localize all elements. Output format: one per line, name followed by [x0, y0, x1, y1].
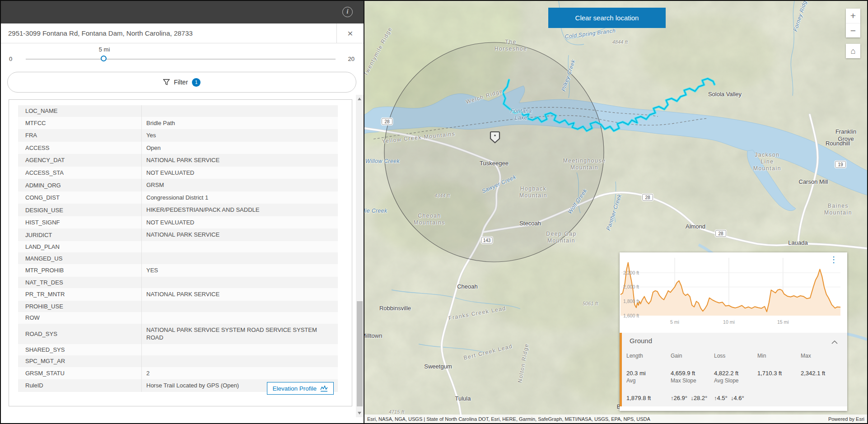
- table-row: SHARED_SYS: [18, 344, 338, 356]
- table-row: MANGED_US: [18, 252, 338, 264]
- chart-options-menu-icon[interactable]: ⋮: [830, 255, 838, 264]
- attribute-value: Open: [141, 142, 338, 154]
- table-row: ADMIN_ORGGRSM: [18, 179, 338, 191]
- attribute-key: NAT_TR_DES: [18, 277, 141, 289]
- collapse-chevron-icon[interactable]: [831, 340, 838, 345]
- search-input[interactable]: 2951-3099 Fontana Rd, Fontana Dam, North…: [1, 23, 336, 43]
- scroll-down-icon[interactable]: [358, 412, 361, 415]
- highway-shield: 28: [642, 194, 653, 201]
- zoom-control: + −: [846, 9, 860, 37]
- table-row: MTR_PROHIBYES: [18, 264, 338, 277]
- table-row: CONG_DISTCongressional District 1: [18, 191, 338, 204]
- elevation-profile-button[interactable]: Elevation Profile: [267, 382, 334, 395]
- table-row: SPC_MGT_AR: [18, 355, 338, 367]
- stat: Gain4,659.9 ft: [671, 353, 695, 377]
- filter-icon: [163, 79, 170, 85]
- stat-label: Length: [626, 353, 646, 359]
- zoom-in-button[interactable]: +: [846, 9, 860, 23]
- ground-section-title: Ground: [630, 337, 652, 345]
- stat-label: Min: [757, 353, 782, 359]
- stat-value: 20.3 mi: [626, 370, 646, 377]
- stat-value: 4,659.9 ft: [671, 370, 695, 377]
- attribute-key: RuleID: [18, 379, 141, 392]
- attribute-key: MTFCC: [18, 117, 141, 130]
- map-view[interactable]: Forney RidgeTwentymile RidgeThe Horsesho…: [364, 1, 867, 423]
- clear-search-location-button[interactable]: Clear search location: [548, 8, 666, 28]
- attribute-value: HIKER/PEDESTRIAN/PACK AND SADDLE: [141, 204, 338, 216]
- attribute-key: MANGED_US: [18, 252, 141, 264]
- table-row: JURIDICTNATIONAL PARK SERVICE: [18, 228, 338, 241]
- table-row: LOC_NAME: [18, 105, 338, 117]
- table-row: GRSM_STATU2: [18, 367, 338, 380]
- table-row: HIST_SIGNFNOT EVALUATED: [18, 216, 338, 229]
- attribute-key: ACCESS: [18, 142, 141, 154]
- table-row: NAT_TR_DES: [18, 277, 338, 289]
- attribute-value: NOT EVALUATED: [141, 167, 338, 179]
- attribute-value: NATIONAL PARK SERVICE SYSTEM ROAD SERVIC…: [141, 324, 338, 344]
- attribute-table: LOC_NAMEMTFCCBridle PathFRAYesACCESSOpen…: [18, 105, 338, 392]
- attribute-value: Yes: [141, 129, 338, 142]
- svg-text:1,600 ft: 1,600 ft: [623, 313, 639, 318]
- elevation-chart-svg: 2,200 ft2,000 ft1,800 ft1,600 ft5 mi10 m…: [620, 252, 847, 331]
- attribute-value: Congressional District 1: [141, 191, 338, 204]
- stat-value: 1,879.8 ft: [626, 395, 651, 401]
- table-row: FRAYes: [18, 129, 338, 142]
- svg-text:1,800 ft: 1,800 ft: [623, 298, 639, 304]
- slider-value-label: 5 mi: [99, 46, 110, 53]
- attribute-value: YES: [141, 264, 338, 277]
- stat-value: 2,342.1 ft: [801, 370, 825, 377]
- panel-toolbar: i: [1, 1, 364, 23]
- stat-label: Loss: [714, 353, 738, 359]
- close-icon[interactable]: ×: [336, 23, 364, 43]
- table-row: PR_TR_MNTRNATIONAL PARK SERVICE: [18, 288, 338, 301]
- table-row: ACCESSOpen: [18, 142, 338, 154]
- stat-label: Avg Slope: [714, 377, 744, 384]
- highway-shield: 19: [835, 161, 846, 168]
- attribute-key: LOC_NAME: [18, 105, 141, 117]
- attribute-key: PR_TR_MNTR: [18, 288, 141, 301]
- slider-max-label: 20: [348, 56, 355, 62]
- left-panel: i 2951-3099 Fontana Rd, Fontana Dam, Nor…: [1, 1, 364, 423]
- highway-shield: 143: [481, 237, 493, 244]
- attribute-value: NATIONAL PARK SERVICE: [141, 154, 338, 167]
- app-window: i 2951-3099 Fontana Rd, Fontana Dam, Nor…: [0, 0, 868, 424]
- table-row: PROHIB_USE: [18, 301, 338, 312]
- attribution-text: Esri, NASA, NGA, USGS | State of North C…: [367, 416, 650, 422]
- stat: Max Slope↑26.9° ↓28.2°: [671, 377, 707, 401]
- attribute-key: SPC_MGT_AR: [18, 355, 141, 367]
- scrollbar-thumb[interactable]: [357, 301, 363, 406]
- attribute-value: [141, 252, 338, 264]
- scroll-up-icon[interactable]: [358, 98, 361, 100]
- filter-button[interactable]: Filter 1: [7, 72, 356, 93]
- attribute-key: GRSM_STATU: [18, 367, 141, 380]
- attribute-key: ACCESS_STA: [18, 167, 141, 179]
- attribute-key: AGENCY_DAT: [18, 154, 141, 167]
- svg-text:5 mi: 5 mi: [670, 319, 679, 325]
- table-row: LAND_PLAN: [18, 241, 338, 253]
- stat: Length20.3 mi: [626, 353, 646, 377]
- radius-slider-track[interactable]: [26, 59, 336, 60]
- svg-text:2,000 ft: 2,000 ft: [623, 284, 639, 289]
- stat-value: ↑4.5° ↓4.6°: [714, 395, 744, 401]
- table-row: AGENCY_DATNATIONAL PARK SERVICE: [18, 154, 338, 167]
- radius-slider-thumb[interactable]: [101, 56, 107, 61]
- radius-slider-row: 0 20 5 mi: [1, 43, 364, 65]
- highway-shield: 28: [382, 118, 392, 125]
- table-row: ROW: [18, 312, 338, 324]
- zoom-out-button[interactable]: −: [846, 23, 860, 37]
- stat-value: 4,822.2 ft: [714, 370, 738, 377]
- attribute-value: NATIONAL PARK SERVICE: [141, 228, 338, 241]
- home-button[interactable]: ⌂: [846, 44, 860, 58]
- attribute-key: FRA: [18, 129, 141, 142]
- attribute-value: GRSM: [141, 179, 338, 191]
- info-icon[interactable]: i: [342, 7, 353, 17]
- attribute-value: 2: [141, 367, 338, 380]
- panel-scrollbar[interactable]: [356, 95, 364, 417]
- attribute-value: [141, 344, 338, 356]
- attribute-value: Bridle Path: [141, 117, 338, 130]
- search-result-row: 2951-3099 Fontana Rd, Fontana Dam, North…: [1, 23, 364, 43]
- attribute-key: ROW: [18, 312, 141, 324]
- stat: Max2,342.1 ft: [801, 353, 825, 377]
- attribute-value: [141, 355, 338, 367]
- stat: Avg1,879.8 ft: [626, 377, 651, 401]
